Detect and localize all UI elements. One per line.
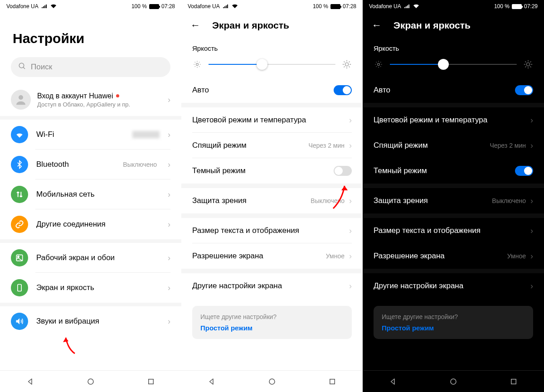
sun-high-icon: [342, 59, 352, 69]
settings-item-bluetooth[interactable]: Bluetooth Выключено ›: [0, 150, 181, 179]
row-resolution[interactable]: Разрешение экрана Умное ›: [363, 243, 544, 269]
row-value: Выключено: [311, 197, 345, 204]
nav-home-button[interactable]: [448, 377, 458, 387]
screen-icon: [11, 279, 28, 296]
status-bar: Vodafone UA 100 % 07:28: [181, 0, 363, 13]
svg-line-1: [23, 67, 25, 69]
svg-rect-5: [18, 285, 21, 291]
brightness-slider[interactable]: [181, 55, 363, 77]
nav-home-button[interactable]: [267, 377, 277, 387]
divider: [181, 213, 363, 218]
auto-brightness-toggle[interactable]: [334, 85, 352, 95]
slider-thumb[interactable]: [438, 59, 449, 70]
row-value: Выключено: [492, 197, 526, 204]
row-eye-protection[interactable]: Защита зрения Выключено ›: [181, 188, 363, 213]
nav-recent-button[interactable]: [509, 377, 519, 387]
signal-icon: [41, 4, 48, 9]
nav-bar: [363, 370, 544, 392]
svg-point-2: [19, 95, 23, 100]
hint-question: Ищете другие настройки?: [200, 313, 344, 320]
nav-back-button[interactable]: [207, 377, 217, 387]
hint-link[interactable]: Простой режим: [200, 324, 344, 332]
row-label: Цветовой режим и температура: [192, 116, 345, 125]
row-color-mode[interactable]: Цветовой режим и температура ›: [181, 107, 363, 133]
row-sleep[interactable]: Спящий режим Через 2 мин ›: [181, 133, 363, 158]
item-label: Wi-Fi: [36, 130, 124, 139]
chevron-right-icon: ›: [530, 252, 533, 261]
row-color-mode[interactable]: Цветовой режим и температура ›: [363, 107, 544, 133]
item-label: Bluetooth: [36, 160, 115, 169]
account-row[interactable]: Вход в аккаунт Huawei Доступ в Облако, A…: [0, 85, 181, 116]
item-label: Другие соединения: [36, 220, 160, 229]
battery-pct: 100 %: [131, 3, 147, 10]
settings-item-connections[interactable]: Другие соединения ›: [0, 209, 181, 239]
row-value: Умное: [326, 252, 345, 260]
row-resolution[interactable]: Разрешение экрана Умное ›: [181, 243, 363, 269]
row-label: Авто: [192, 86, 329, 95]
settings-item-mobile[interactable]: Мобильная сеть ›: [0, 179, 181, 209]
dark-mode-toggle[interactable]: [334, 166, 352, 176]
back-button[interactable]: ←: [187, 18, 204, 33]
nav-bar: [181, 370, 363, 392]
nav-recent-button[interactable]: [146, 377, 156, 387]
row-eye-protection[interactable]: Защита зрения Выключено ›: [363, 188, 544, 213]
battery-icon: [149, 4, 159, 9]
row-other-display[interactable]: Другие настройки экрана ›: [181, 273, 363, 299]
settings-item-wifi[interactable]: Wi-Fi ›: [0, 120, 181, 150]
row-label: Размер текста и отображения: [192, 226, 345, 235]
divider: [181, 184, 363, 188]
row-other-display[interactable]: Другие настройки экрана ›: [363, 273, 544, 299]
svg-rect-7: [149, 379, 154, 384]
row-label: Разрешение экрана: [374, 252, 503, 261]
screen-settings-main: Vodafone UA 100 % 07:28 Настройки Поиск …: [0, 0, 181, 392]
row-auto-brightness[interactable]: Авто: [363, 77, 544, 103]
carrier-label: Vodafone UA: [6, 3, 39, 10]
auto-brightness-toggle[interactable]: [515, 85, 533, 95]
hint-question: Ищете другие настройки?: [382, 313, 525, 320]
hint-card: Ищете другие настройки? Простой режим: [374, 306, 533, 339]
chevron-right-icon: ›: [349, 252, 352, 261]
divider: [363, 103, 544, 107]
chevron-right-icon: ›: [168, 283, 170, 293]
divider: [181, 269, 363, 273]
row-auto-brightness[interactable]: Авто: [181, 77, 363, 103]
row-text-size[interactable]: Размер текста и отображения ›: [181, 218, 363, 243]
search-input[interactable]: Поиск: [11, 57, 170, 77]
nav-home-button[interactable]: [86, 377, 96, 387]
settings-item-display[interactable]: Экран и яркость ›: [0, 273, 181, 303]
svg-point-9: [196, 63, 199, 66]
wifi-icon: [413, 4, 419, 9]
row-dark-mode[interactable]: Темный режим: [181, 158, 363, 184]
battery-pct: 100 %: [494, 3, 510, 10]
row-label: Защита зрения: [374, 196, 487, 205]
sound-icon: [11, 313, 28, 330]
row-label: Авто: [374, 86, 510, 95]
clock: 07:28: [343, 3, 356, 10]
nav-back-button[interactable]: [388, 377, 398, 387]
settings-item-desktop[interactable]: Рабочий экран и обои ›: [0, 243, 181, 273]
divider: [0, 239, 181, 243]
row-text-size[interactable]: Размер текста и отображения ›: [363, 218, 544, 243]
item-label: Мобильная сеть: [36, 190, 160, 199]
mobile-data-icon: [11, 186, 28, 203]
chevron-right-icon: ›: [349, 226, 352, 236]
brightness-slider[interactable]: [363, 55, 544, 77]
back-button[interactable]: ←: [368, 18, 385, 33]
hint-link[interactable]: Простой режим: [382, 324, 525, 332]
settings-item-sound[interactable]: Звуки и вибрация ›: [0, 306, 181, 336]
nav-recent-button[interactable]: [327, 377, 337, 387]
signal-icon: [404, 4, 410, 9]
divider: [0, 303, 181, 306]
wifi-icon: [11, 126, 28, 143]
row-value: Через 2 мин: [308, 142, 345, 149]
nav-back-button[interactable]: [25, 377, 35, 387]
chevron-right-icon: ›: [168, 95, 170, 105]
clock: 07:29: [524, 3, 538, 10]
account-title: Вход в аккаунт Huawei: [37, 92, 113, 100]
dark-mode-toggle[interactable]: [515, 166, 533, 176]
sun-low-icon: [192, 59, 202, 69]
row-dark-mode[interactable]: Темный режим: [363, 158, 544, 184]
chevron-right-icon: ›: [530, 116, 533, 125]
slider-thumb[interactable]: [257, 59, 267, 70]
row-sleep[interactable]: Спящий режим Через 2 мин ›: [363, 133, 544, 158]
